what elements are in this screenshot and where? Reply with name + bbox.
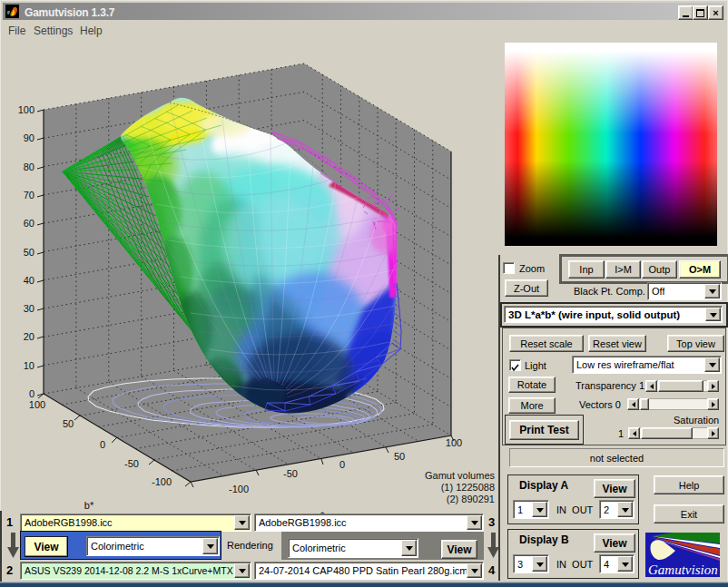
svg-text:b*: b* [84,500,94,511]
svg-text:Gamutvision: Gamutvision [648,563,718,577]
svg-text:100: 100 [29,399,45,410]
svg-text:0: 0 [100,439,105,450]
svg-text:-50: -50 [283,468,298,479]
svg-text:-50: -50 [124,458,139,469]
svg-text:-100: -100 [229,484,249,494]
svg-text:Gamut volumes: Gamut volumes [425,470,496,481]
svg-text:60: 60 [24,218,34,229]
svg-text:20: 20 [24,331,34,342]
svg-text:50: 50 [24,247,34,258]
svg-text:100: 100 [446,437,462,448]
svg-text:80: 80 [24,161,34,172]
svg-text:10: 10 [24,360,34,371]
svg-text:0: 0 [29,388,34,399]
svg-text:50: 50 [63,418,74,429]
svg-text:100: 100 [18,104,34,115]
svg-text:0: 0 [339,459,345,470]
svg-text:90: 90 [24,132,34,143]
svg-text:-100: -100 [152,476,172,487]
svg-text:70: 70 [24,190,34,201]
svg-text:30: 30 [24,303,34,314]
svg-text:(1) 1225088: (1) 1225088 [441,482,495,493]
svg-text:40: 40 [24,275,34,286]
svg-text:(2) 890291: (2) 890291 [447,494,495,504]
svg-text:50: 50 [394,451,405,462]
